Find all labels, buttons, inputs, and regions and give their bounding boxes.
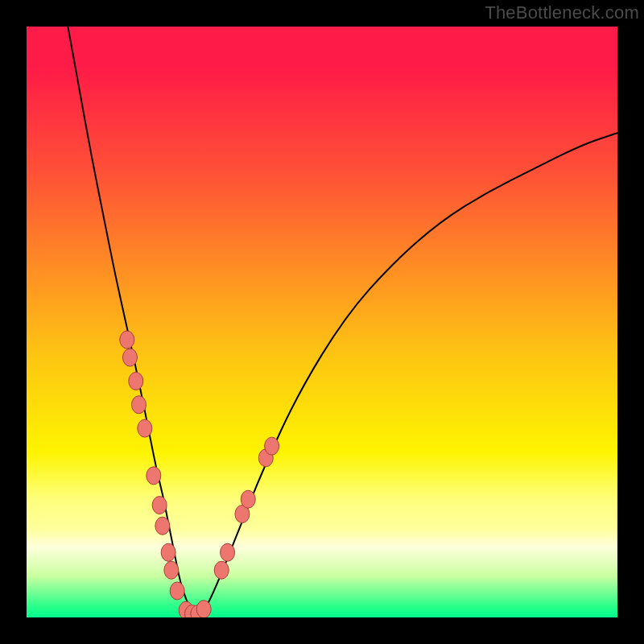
marker-dot xyxy=(131,396,146,414)
watermark-text: TheBottleneck.com xyxy=(485,2,639,23)
marker-dot xyxy=(155,517,170,535)
marker-dot xyxy=(129,372,143,390)
marker-dot xyxy=(214,561,229,579)
marker-dot xyxy=(164,561,179,579)
marker-dot xyxy=(196,601,211,617)
marker-dot xyxy=(265,437,279,455)
marker-dot xyxy=(122,349,137,366)
curve-layer xyxy=(27,27,617,617)
chart-frame: TheBottleneck.com xyxy=(0,0,644,644)
marker-dot xyxy=(241,490,255,508)
marker-dot xyxy=(170,582,184,600)
marker-dot xyxy=(152,497,167,514)
marker-dot xyxy=(120,331,134,349)
marker-dot xyxy=(161,543,175,561)
curve-markers xyxy=(120,331,279,617)
plot-area xyxy=(27,27,617,617)
marker-dot xyxy=(221,543,235,561)
bottleneck-curve xyxy=(68,27,617,616)
marker-dot xyxy=(147,467,161,485)
marker-dot xyxy=(138,419,152,437)
